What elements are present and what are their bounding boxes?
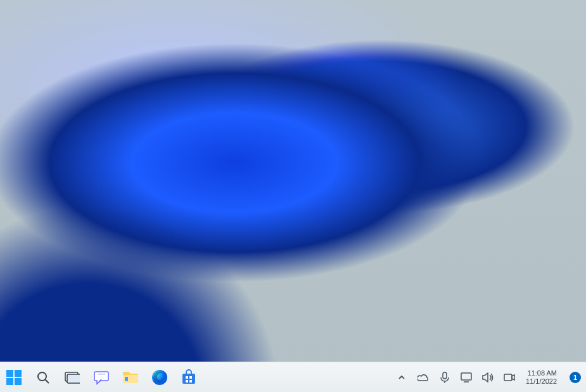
clock-time: 11:08 AM xyxy=(528,369,557,377)
svg-rect-2 xyxy=(6,378,13,385)
svg-rect-3 xyxy=(15,378,22,385)
show-hidden-icons-button[interactable] xyxy=(394,367,409,388)
svg-rect-12 xyxy=(182,374,195,384)
network-tray[interactable] xyxy=(459,367,474,388)
cloud-icon xyxy=(417,373,429,382)
edge-icon xyxy=(151,369,168,386)
chat-icon xyxy=(93,369,110,386)
svg-rect-15 xyxy=(186,380,188,383)
file-explorer-button[interactable] xyxy=(120,367,141,388)
svg-line-5 xyxy=(46,379,49,383)
task-view-icon xyxy=(65,370,80,384)
svg-rect-18 xyxy=(461,373,471,380)
svg-rect-7 xyxy=(67,374,80,383)
svg-rect-10 xyxy=(125,377,128,381)
desktop-wallpaper[interactable] xyxy=(0,0,586,362)
svg-rect-16 xyxy=(189,380,192,383)
store-icon xyxy=(181,369,197,386)
notification-count: 1 xyxy=(573,374,577,381)
camera-icon xyxy=(504,373,515,382)
svg-rect-8 xyxy=(98,374,105,375)
search-icon xyxy=(35,370,51,385)
taskbar-pinned-group xyxy=(4,367,199,388)
windows-logo-icon xyxy=(6,369,22,386)
camera-tray[interactable] xyxy=(502,367,517,388)
microphone-tray[interactable] xyxy=(437,367,452,388)
search-button[interactable] xyxy=(33,367,53,388)
notifications-button[interactable]: 1 xyxy=(570,372,581,383)
display-icon xyxy=(461,372,472,383)
folder-icon xyxy=(122,370,139,385)
taskbar: 11:08 AM 11/1/2022 1 xyxy=(0,362,586,392)
svg-rect-14 xyxy=(189,376,192,379)
svg-rect-17 xyxy=(443,372,447,379)
microsoft-store-button[interactable] xyxy=(179,367,199,388)
svg-rect-0 xyxy=(6,370,13,377)
start-button[interactable] xyxy=(4,367,24,388)
speaker-icon xyxy=(482,372,494,383)
volume-tray[interactable] xyxy=(480,367,495,388)
chat-button[interactable] xyxy=(91,367,111,388)
onedrive-tray[interactable] xyxy=(416,367,431,388)
svg-rect-13 xyxy=(186,376,188,379)
edge-button[interactable] xyxy=(150,367,170,388)
task-view-button[interactable] xyxy=(62,367,82,388)
microphone-icon xyxy=(440,372,449,383)
clock-date: 11/1/2022 xyxy=(526,377,557,386)
chevron-up-icon xyxy=(398,374,405,381)
svg-point-4 xyxy=(38,372,46,381)
svg-rect-1 xyxy=(15,370,22,377)
taskbar-clock[interactable]: 11:08 AM 11/1/2022 xyxy=(523,365,559,390)
svg-rect-20 xyxy=(504,374,512,381)
system-tray: 11:08 AM 11/1/2022 1 xyxy=(394,365,581,390)
